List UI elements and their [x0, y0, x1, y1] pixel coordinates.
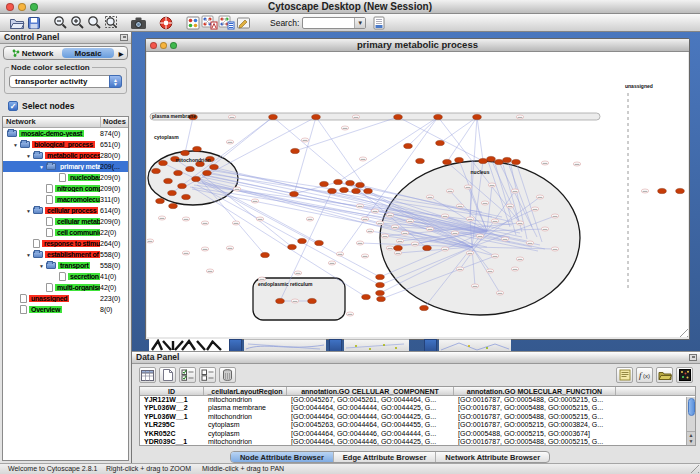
net-zoom-button[interactable] — [170, 42, 177, 49]
background-window-edge-3[interactable] — [424, 339, 437, 351]
tab-overflow-arrow[interactable]: ▶ — [115, 47, 127, 59]
network-canvas[interactable]: plasma membranecytoplasmmitochondrionnuc… — [147, 52, 688, 337]
network-window-titlebar[interactable]: primary metabolic process — [146, 39, 689, 52]
zoom-selected-icon[interactable] — [86, 15, 103, 30]
tree-row[interactable]: ▼metabolic process280(0) — [3, 150, 128, 161]
background-window-2[interactable] — [244, 339, 326, 351]
layout-nodes-icon[interactable] — [201, 15, 218, 30]
window-controls — [6, 3, 38, 11]
search-input[interactable] — [303, 18, 354, 28]
network-graph[interactable]: plasma membranecytoplasmmitochondrionnuc… — [147, 57, 688, 337]
svg-text:plasma membrane: plasma membrane — [152, 113, 196, 119]
tree-row[interactable]: response to stimulus264(0) — [3, 238, 128, 249]
scrollbar-arrows[interactable]: ▲▼ — [687, 431, 695, 445]
tree-row[interactable]: cell communication22(0) — [3, 227, 128, 238]
save-icon[interactable] — [25, 15, 42, 30]
tree-row-count: 22(0) — [100, 229, 128, 236]
tree-row[interactable]: Overview8(0) — [3, 304, 128, 315]
tree-row[interactable]: ▼transport558(0) — [3, 260, 128, 271]
tree-row[interactable]: cellular metabolic pro209(0) — [3, 216, 128, 227]
column-header[interactable]: annotation.GO MOLECULAR_FUNCTION — [454, 387, 616, 395]
table-row[interactable]: YJR121W__1mitochondrion[GO:0045267, GO:0… — [140, 396, 695, 404]
expand-triangle-icon[interactable]: ▼ — [24, 208, 33, 214]
tree-row[interactable]: nitrogen compound me209(0) — [3, 183, 128, 194]
zoom-fit-icon[interactable] — [103, 15, 120, 30]
open-icon[interactable] — [8, 15, 25, 30]
scrollbar-thumb[interactable] — [688, 398, 695, 416]
table-cell: YPL036W__2 — [140, 404, 204, 412]
net-close-button[interactable] — [150, 42, 157, 49]
select-attributes-icon[interactable] — [179, 367, 196, 383]
background-window-3[interactable] — [344, 339, 409, 351]
notes-icon[interactable] — [616, 367, 633, 383]
snapshot-icon[interactable] — [130, 15, 147, 30]
browser-tabs: Node Attribute BrowserEdge Attribute Bro… — [132, 450, 700, 463]
minimize-button[interactable] — [18, 3, 26, 11]
vizmapper-icon[interactable] — [184, 15, 201, 30]
tab-network-attribute-browser[interactable]: Network Attribute Browser — [436, 452, 549, 462]
tab-edge-attribute-browser[interactable]: Edge Attribute Browser — [334, 452, 436, 462]
attribute-table-icon[interactable] — [139, 367, 156, 383]
tree-row[interactable]: unassigned223(0) — [3, 293, 128, 304]
tree-row[interactable]: multi-organism proce42(0) — [3, 282, 128, 293]
tab-network[interactable]: Network — [4, 47, 61, 59]
table-row[interactable]: YPL036W__2plasma membrane[GO:0044464, GO… — [140, 404, 695, 412]
tree-row[interactable]: ▼cellular process614(0) — [3, 205, 128, 216]
network-view-window[interactable]: primary metabolic process plasma membran… — [145, 38, 690, 340]
background-window-edge-2[interactable] — [329, 339, 342, 351]
title-bar[interactable]: Cytoscape Desktop (New Session) — [0, 0, 700, 14]
table-cell: [GO:0045263, GO:0044464, GO:0044455, G..… — [287, 421, 454, 429]
net-minimize-button[interactable] — [160, 42, 167, 49]
expand-triangle-icon[interactable]: ▼ — [24, 252, 33, 258]
window-resize-grip[interactable] — [691, 465, 699, 473]
float-panel-icon[interactable] — [120, 34, 128, 41]
expand-triangle-icon[interactable]: ▼ — [11, 142, 20, 148]
tab-node-attribute-browser[interactable]: Node Attribute Browser — [231, 452, 334, 462]
zoom-button[interactable] — [30, 3, 38, 11]
annotation-icon[interactable] — [235, 15, 252, 30]
table-row[interactable]: YLR295Ccytoplasm[GO:0045263, GO:0044464,… — [140, 421, 695, 429]
expand-triangle-icon[interactable]: ▼ — [37, 164, 46, 170]
layout-edges-icon[interactable] — [218, 15, 235, 30]
attribute-icon[interactable] — [370, 15, 387, 30]
tree-row[interactable]: ▼primary metabolic process209(... — [3, 161, 128, 172]
background-window-1[interactable] — [149, 339, 229, 351]
function-builder-icon[interactable]: f(x) — [636, 367, 653, 383]
search-dropdown-arrow[interactable]: ▼ — [354, 18, 365, 28]
tree-row[interactable]: macromolecule metab311(0) — [3, 194, 128, 205]
node-color-dropdown[interactable]: transporter activity ▲▼ — [9, 75, 122, 88]
unselect-attributes-icon[interactable] — [199, 367, 216, 383]
new-attribute-icon[interactable] — [159, 367, 176, 383]
close-button[interactable] — [6, 3, 14, 11]
background-window-edge-1[interactable] — [229, 339, 242, 351]
table-row[interactable]: YKR052Ccytoplasm[GO:0044464, GO:0044446,… — [140, 430, 695, 438]
matrix-icon[interactable] — [676, 367, 693, 383]
expand-triangle-icon[interactable]: ▼ — [24, 153, 33, 159]
svg-text:(x): (x) — [643, 373, 650, 379]
column-header[interactable]: annotation.GO CELLULAR_COMPONENT — [287, 387, 454, 395]
table-row[interactable]: YPL036W__1mitochondrion[GO:0044464, GO:0… — [140, 413, 695, 421]
table-row[interactable]: YDR039C__1mitochondrion[GO:0044464, GO:0… — [140, 438, 695, 446]
tree-row-label: macromolecule metab — [55, 196, 100, 203]
tree-row-label: cellular metabolic pro — [55, 218, 100, 225]
tree-row[interactable]: nucleobase-containing209(0) — [3, 172, 128, 183]
column-header[interactable]: ID — [140, 387, 204, 395]
tree-row[interactable]: ▼establishment of loca558(0) — [3, 249, 128, 260]
select-nodes-checkbox[interactable]: ✓ — [8, 101, 18, 111]
help-ring-icon[interactable] — [157, 15, 174, 30]
tab-mosaic[interactable]: Mosaic — [62, 48, 114, 58]
tree-row[interactable]: secretion41(0) — [3, 271, 128, 282]
background-window-4[interactable] — [439, 339, 511, 351]
tree-row[interactable]: mosaic-demo-yeast874(0) — [3, 128, 128, 139]
delete-attribute-icon[interactable] — [219, 367, 236, 383]
zoom-in-icon[interactable] — [69, 15, 86, 30]
zoom-out-icon[interactable] — [52, 15, 69, 30]
column-header[interactable]: _cellularLayoutRegion — [204, 387, 287, 395]
data-panel-float-icon[interactable] — [689, 354, 697, 361]
tree-row[interactable]: ▼biological_process651(0) — [3, 139, 128, 150]
table-scrollbar[interactable]: ▲▼ — [686, 397, 695, 445]
table-cell: [GO:0016787, GO:0005488, GO:0005215, G..… — [454, 404, 616, 412]
resize-grip[interactable] — [680, 329, 688, 337]
expand-triangle-icon[interactable]: ▼ — [37, 263, 46, 269]
import-attributes-icon[interactable] — [656, 367, 673, 383]
